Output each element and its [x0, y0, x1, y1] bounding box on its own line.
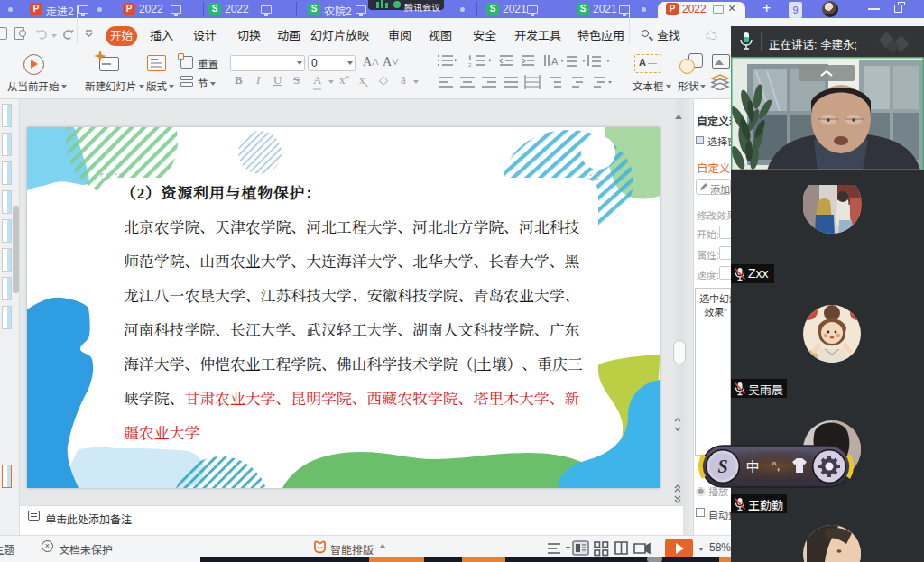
svg-text:A: A: [551, 56, 559, 67]
svg-text:2: 2: [468, 62, 472, 68]
svg-text:S: S: [717, 456, 727, 476]
svg-text:中: 中: [745, 456, 759, 475]
svg-text:1: 1: [468, 55, 472, 60]
svg-text:°,: °,: [772, 459, 781, 473]
